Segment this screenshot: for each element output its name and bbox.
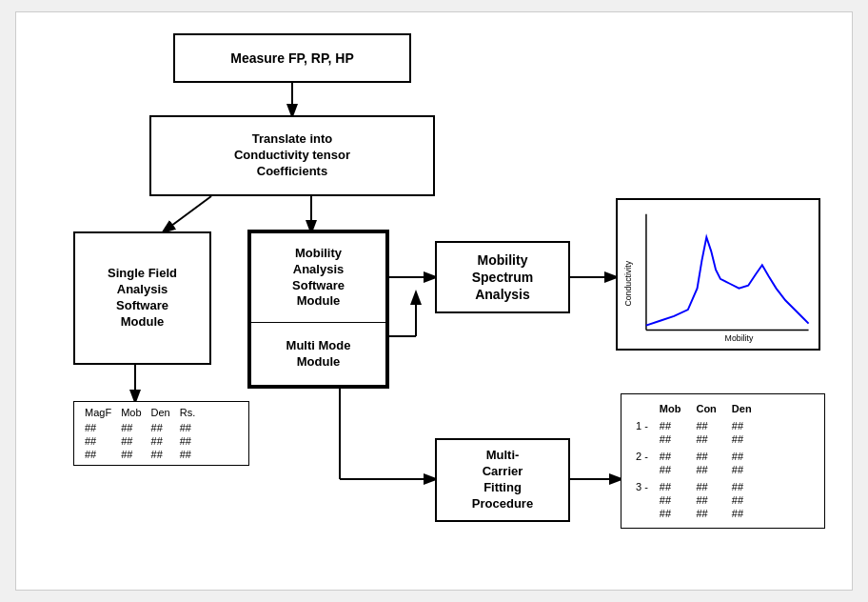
main-diagram: Measure FP, RP, HP Translate into Conduc… — [15, 11, 853, 591]
svg-text:Conductivity: Conductivity — [623, 260, 633, 306]
measure-box: Measure FP, RP, HP — [173, 33, 411, 83]
mobility-chart: Conductivity Mobility — [616, 198, 820, 351]
translate-box: Translate into Conductivity tensor Coeff… — [149, 115, 435, 196]
multi-carrier-box: Multi- Carrier Fitting Procedure — [435, 438, 570, 522]
mobility-analysis-box: Mobility Analysis Software Module — [249, 231, 387, 322]
single-field-box: Single Field Analysis Software Module — [73, 231, 211, 365]
svg-text:Mobility: Mobility — [725, 333, 754, 343]
left-data-table: MagF Mob Den Rs. ## ## ## ## ## ## ## ##… — [73, 401, 249, 466]
multi-mode-box: Multi Mode Module — [249, 322, 387, 387]
svg-line-1 — [164, 196, 211, 231]
chart-svg: Conductivity Mobility — [618, 200, 819, 349]
right-data-table: Mob Con Den 1 - ## ## ## ## ## ## 2 - ## — [621, 393, 825, 529]
mobility-spectrum-box: Mobility Spectrum Analysis — [435, 241, 570, 313]
